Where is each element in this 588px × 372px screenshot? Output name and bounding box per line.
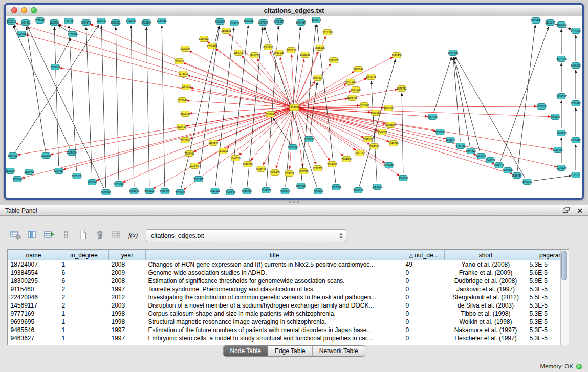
close-window-button[interactable] (11, 7, 17, 13)
row-height-button[interactable] (60, 229, 72, 241)
graph-node[interactable]: 1414550 (571, 63, 581, 69)
graph-node[interactable]: 1310464 (553, 147, 563, 153)
graph-node[interactable]: 1073843 (177, 98, 187, 103)
graph-node[interactable]: 9603752 (556, 22, 567, 28)
graph-node[interactable]: 8986421 (280, 189, 290, 194)
graph-node[interactable]: 1107584 (331, 185, 341, 190)
network-canvas[interactable]: 1724004142020412581664275112206718710738… (6, 16, 582, 198)
graph-node[interactable]: 1518457 (304, 137, 314, 142)
graph-node[interactable]: 1751410 (207, 43, 217, 49)
graph-node[interactable]: 1048156 (485, 158, 495, 163)
table-row[interactable]: 1830029562008Estimation of significance … (8, 277, 570, 285)
graph-node[interactable]: 1549535 (363, 137, 373, 142)
column-header-short[interactable]: short (445, 250, 527, 260)
graph-node[interactable]: 1064821 (20, 20, 31, 26)
graph-node[interactable]: 1664687 (296, 20, 306, 26)
graph-node[interactable]: 9581244 (215, 19, 225, 25)
column-header-title[interactable]: title (146, 250, 403, 260)
graph-node[interactable]: 1266943 (571, 101, 581, 106)
graph-node[interactable]: 7619153 (210, 188, 220, 194)
graph-node[interactable]: 2019546 (101, 190, 111, 195)
panel-resize-handle[interactable] (289, 201, 299, 203)
zoom-window-button[interactable] (31, 7, 37, 13)
graph-node[interactable]: 9558216 (315, 45, 325, 51)
graph-node[interactable]: 1773731 (571, 172, 581, 178)
graph-node[interactable]: 9154466 (383, 105, 394, 111)
function-builder-button[interactable]: f(x) (127, 229, 140, 241)
graph-node[interactable]: 1304765 (160, 189, 170, 194)
graph-node[interactable]: 7613668 (180, 138, 190, 143)
graph-node[interactable]: 6301950 (263, 45, 273, 50)
graph-node[interactable]: 1107590 (298, 169, 308, 174)
graph-node[interactable]: 1813404 (531, 18, 541, 24)
window-titlebar[interactable]: citations_edges.txt (6, 5, 582, 16)
graph-node[interactable]: 9277435 (556, 56, 567, 62)
new-table-button[interactable] (77, 229, 89, 241)
table-row[interactable]: 911546021997Tourette syndrome. Phenomeno… (8, 285, 570, 293)
graph-node[interactable]: 3220136 (286, 48, 296, 53)
graph-node[interactable]: 1584547 (208, 140, 219, 146)
column-header-out_degree[interactable]: △out_de... (403, 250, 445, 260)
graph-node[interactable]: 1157204 (258, 20, 268, 26)
tab-network-table[interactable]: Network Table (313, 346, 365, 356)
graph-node[interactable]: 1432764 (126, 18, 136, 24)
graph-node[interactable]: 2485034 (353, 67, 363, 72)
graph-node[interactable]: 1654770 (233, 50, 244, 56)
graph-node[interactable]: 9726504 (141, 20, 151, 26)
tab-edge-table[interactable]: Edge Table (268, 346, 313, 356)
graph-node[interactable]: 1531147 (445, 137, 455, 143)
graph-node[interactable]: 1346254 (225, 190, 235, 195)
graph-node[interactable]: 1266950 (556, 130, 567, 136)
graph-node[interactable]: 8204537 (54, 168, 64, 174)
graph-node[interactable]: 9545012 (522, 179, 532, 185)
minimize-window-button[interactable] (21, 7, 27, 13)
show-columns-button[interactable] (26, 229, 38, 241)
graph-node[interactable]: 8996540 (385, 122, 396, 128)
table-row[interactable]: 1938455462009Genome-wide association stu… (8, 269, 570, 277)
graph-node[interactable]: 1064092 (8, 153, 18, 159)
table-row[interactable]: 977716911998Corpus callosum shape and si… (8, 310, 570, 318)
graph-node[interactable]: 1572397 (274, 19, 284, 25)
graph-node[interactable]: 9620511 (6, 19, 16, 25)
graph-node[interactable]: 1595804 (536, 104, 547, 110)
close-panel-icon[interactable]: ✕ (577, 207, 583, 215)
graph-node[interactable]: 1647629 (351, 87, 361, 93)
graph-node[interactable]: 2871172 (355, 150, 364, 156)
graph-node[interactable]: 1264752 (129, 189, 139, 194)
graph-node[interactable]: 1460524 (550, 114, 560, 120)
graph-node[interactable]: 1346726 (230, 156, 241, 161)
graph-node[interactable]: 1205432 (96, 18, 106, 24)
graph-node[interactable]: 1536454 (512, 173, 522, 179)
graph-node[interactable]: 1584530 (369, 144, 379, 149)
graph-node[interactable]: 7613412 (193, 177, 204, 182)
table-selector-dropdown[interactable]: citations_edges.txt (146, 229, 346, 242)
scrollbar-thumb[interactable] (561, 251, 567, 280)
graph-node[interactable]: 8113074 (311, 17, 321, 23)
graph-node[interactable]: 1076024 (556, 165, 567, 171)
graph-node[interactable]: 1254630 (372, 184, 382, 190)
graph-node[interactable]: 9549226 (243, 162, 253, 167)
table-row[interactable]: 1872400712008Changes of HCN gene express… (8, 260, 570, 269)
table-row[interactable]: 969969511998Structural magnetic resonanc… (8, 318, 570, 326)
graph-node[interactable]: 1931441 (189, 163, 200, 169)
graph-node[interactable]: 1584530 (296, 183, 306, 189)
graph-node[interactable]: 1691632 (371, 110, 381, 116)
graph-node[interactable]: 8986439 (270, 170, 280, 176)
graph-node[interactable]: 7625431 (175, 190, 185, 195)
table-row[interactable]: 1456911722003Disruption of a novel membe… (8, 301, 570, 310)
graph-node[interactable]: 1461876 (249, 53, 259, 58)
graph-node[interactable]: 8823015 (244, 18, 254, 24)
graph-node[interactable]: 9545038 (398, 176, 408, 181)
graph-node[interactable]: 1135780 (49, 20, 59, 26)
graph-node[interactable]: 1182046 (87, 180, 97, 185)
graph-node[interactable]: 1557435 (435, 129, 445, 135)
import-table-button[interactable] (111, 229, 123, 241)
graph-node[interactable]: 1223046 (114, 182, 124, 187)
graph-node[interactable]: 2526065 (41, 153, 51, 159)
graph-node[interactable]: 1694219 (494, 163, 504, 168)
graph-node[interactable]: 1626156 (300, 52, 310, 58)
graph-node[interactable]: 1229475 (16, 31, 27, 37)
graph-node[interactable]: 1875743 (366, 74, 376, 80)
graph-node[interactable]: 1944879 (448, 50, 458, 56)
graph-node[interactable]: 2260082 (199, 36, 209, 42)
